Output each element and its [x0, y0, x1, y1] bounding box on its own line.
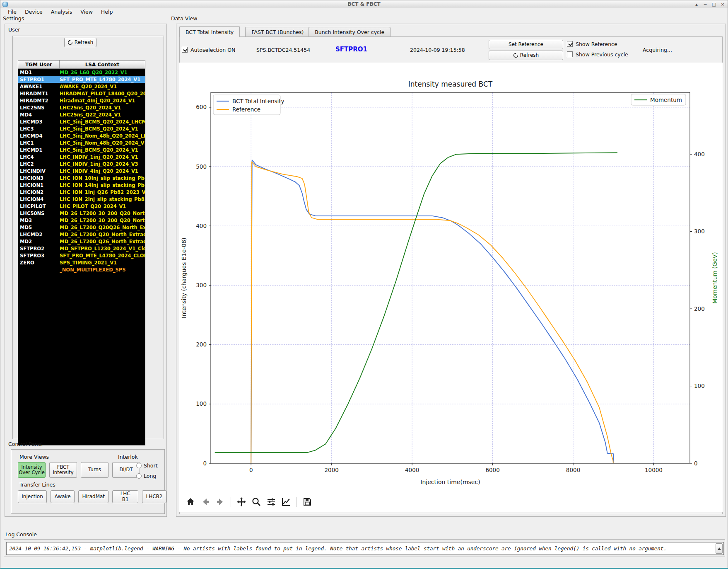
svg-text:8000: 8000 — [566, 467, 580, 473]
table-row[interactable]: LHCPILOTLHC_PILOT_Q20_2024_V1 — [18, 203, 145, 210]
transfer-button-lhcb2[interactable]: LHCB2 — [142, 490, 166, 503]
svg-text:10000: 10000 — [645, 467, 663, 473]
table-row[interactable]: LHC3LHC_3inj_BCMS_Q20_2024_V1 — [18, 125, 145, 132]
interlok-radio-short[interactable] — [136, 463, 142, 468]
svg-text:Reference: Reference — [232, 106, 260, 113]
set-reference-button[interactable]: Set Reference — [489, 40, 563, 49]
log-scroll-up-button[interactable] — [716, 543, 723, 554]
view-button-di-dt[interactable]: DI/DT — [112, 462, 140, 478]
interlok-radio-label: Long — [144, 473, 156, 479]
table-row[interactable]: MD2MD_26_L7200_Q26_North_Extraction_2024… — [18, 238, 145, 245]
table-row[interactable]: ZEROSPS_TIMING_2021_V1 — [18, 259, 145, 266]
column-header-tgm-user[interactable]: TGM User — [18, 61, 60, 68]
transfer-button-lhc-b1[interactable]: LHC B1 — [112, 490, 138, 503]
tgm-user-cell: SFTPRO3 — [18, 253, 60, 259]
tab-bct-total-intensity[interactable]: BCT Total Intensity — [179, 26, 240, 37]
menu-view[interactable]: View — [76, 8, 97, 15]
table-row[interactable]: MD5MD_26_L7200_Q20Q26_North_Extraction_2… — [18, 224, 145, 231]
log-message-field[interactable]: 2024-10-09 16:36:42,153 - matplotlib.leg… — [6, 542, 724, 555]
table-row[interactable]: LHC2LHC_INDIV_1inj_Q20_2024_V3 — [18, 160, 145, 167]
table-row[interactable]: MD3MD_26_L7200_30_200_Q20_North_Extracti… — [18, 217, 145, 224]
pan-icon[interactable] — [236, 496, 247, 507]
transfer-button-injection[interactable]: Injection — [18, 490, 47, 503]
svg-text:200: 200 — [694, 305, 705, 312]
table-row[interactable]: HIRADMT2Hiradmat_4Inj_Q20_2024_V1 — [18, 97, 145, 104]
autoselection-checkbox[interactable] — [182, 47, 188, 53]
table-row[interactable]: LHCION4LHC_ION_2Inj_slip_stacking_Pb82_Q… — [18, 196, 145, 203]
tgm-user-cell: LHC25NS — [18, 105, 60, 111]
home-icon[interactable] — [185, 496, 196, 507]
subplots-icon[interactable] — [266, 496, 277, 507]
table-row[interactable]: LHCION1LHC_ION_14Inj_slip_stacking_Pb82_… — [18, 182, 145, 189]
control-panel: More Views Interlok Intensity Over Cycle… — [11, 449, 165, 514]
menu-file[interactable]: File — [4, 8, 21, 15]
save-icon[interactable] — [302, 496, 313, 507]
table-row[interactable]: SFTPRO3SFT_PRO_MTE_L4780_2024_CLONE — [18, 252, 145, 259]
tgm-user-cell: MD2 — [18, 239, 60, 245]
log-message: 2024-10-09 16:36:42,153 - matplotlib.leg… — [9, 545, 667, 552]
more-views-label: More Views — [19, 454, 49, 460]
tgm-user-cell: LHCMD1 — [18, 147, 60, 153]
shade-window-button[interactable]: ▴ — [694, 2, 699, 7]
view-button-turns[interactable]: Turns — [81, 462, 108, 478]
lsa-context-cell: Hiradmat_4Inj_Q20_2024_V1 — [60, 98, 145, 104]
menu-bar: FileDeviceAnalysisViewHelp — [0, 8, 728, 15]
column-header-lsa-context[interactable]: LSA Context — [60, 61, 145, 68]
table-row[interactable]: MD1MD_26_L60_Q20_2022_V1 — [18, 69, 145, 76]
maximize-window-button[interactable]: □ — [711, 2, 716, 7]
device-name: SPS.BCTDC24.51454 — [256, 47, 310, 53]
table-row[interactable]: SFTPRO1SFT_PRO_MTE_L4780_2024_V1 — [18, 76, 145, 83]
menu-device[interactable]: Device — [21, 8, 47, 15]
tab-fast-bct-bunches-[interactable]: FAST BCT (Bunches) — [245, 27, 310, 37]
tgm-user-cell: LHCMD4 — [18, 133, 60, 139]
user-group: Refresh TGM UserLSA ContextMD1MD_26_L60_… — [12, 36, 164, 439]
minimize-window-button[interactable]: − — [703, 2, 708, 7]
view-button-intensity-over-cycle[interactable]: Intensity Over Cycle — [18, 462, 46, 478]
forward-icon[interactable] — [215, 496, 226, 507]
table-row[interactable]: LHC25NSLHC25ns_Q20_2024_V1 — [18, 104, 145, 111]
table-row[interactable]: LHC4LHC_INDIV_1inj_Q20_2024_V1 — [18, 153, 145, 160]
transfer-button-awake[interactable]: Awake — [51, 490, 75, 503]
tab-bunch-intensity-over-cycle[interactable]: Bunch Intensity Over cycle — [309, 27, 391, 37]
table-row[interactable]: LHC1LHC_3inj_Nom_48b_Q20_2024_V1 — [18, 139, 145, 146]
table-row[interactable]: LHCMD1LHC_5inj_BCMS_Q20_2024_V1 — [18, 146, 145, 153]
svg-text:500: 500 — [196, 163, 207, 170]
bct-intensity-chart: 0200040006000800010000010020030040050060… — [179, 63, 723, 492]
table-row[interactable]: LHCINDIVLHC_INDIV_4Inj_Q20_2024_V1 — [18, 167, 145, 174]
legend-intensity: BCT Total IntensityReference — [213, 95, 284, 115]
svg-text:100: 100 — [694, 383, 705, 389]
table-row[interactable]: LHCION2LHC_ION_1Inj_Q26_Pb82_2023_V1 — [18, 189, 145, 196]
table-row[interactable]: LHCION3LHC_ION_10Inj_slip_stacking_Pb82_… — [18, 174, 145, 182]
table-row[interactable]: SFTPRO2MD_SFTPRO_L1230_2024_V1_Clone — [18, 245, 145, 252]
table-row[interactable]: LHCMD4LHC_3inj_Nom_48b_Q20_2024_LHCMD — [18, 132, 145, 139]
table-row[interactable]: LHCMD3LHC_3inj_BCMS_Q20_2024_LHCMD — [18, 118, 145, 125]
table-row[interactable]: LHCMD2MD_26_L7200_Q20_North_Extraction_2… — [18, 231, 145, 238]
back-icon[interactable] — [200, 496, 211, 507]
user-refresh-button[interactable]: Refresh — [64, 38, 96, 47]
lsa-context-cell: MD_26_L7200_Q20Q26_North_Extraction_2... — [60, 225, 145, 230]
table-row[interactable]: AWAKE1AWAKE_Q20_2024_V1 — [18, 83, 145, 90]
table-row[interactable]: _NON_MULTIPLEXED_SPS — [18, 266, 145, 273]
table-row[interactable]: HIRADMT1HIRADMAT_PILOT_L8400_Q20_2024_V1 — [18, 90, 145, 97]
lsa-context-cell: SFT_PRO_MTE_L4780_2024_CLONE — [60, 253, 145, 259]
transfer-button-hiradmat[interactable]: HiradMat — [78, 490, 108, 503]
tgm-user-table[interactable]: TGM UserLSA ContextMD1MD_26_L60_Q20_2022… — [18, 60, 145, 446]
show-reference-checkbox[interactable] — [567, 41, 573, 47]
interlok-label: Interlok — [118, 454, 138, 460]
table-row[interactable]: MD4LHC25ns_Q22_2024_V1 — [18, 111, 145, 118]
data-refresh-button[interactable]: Refresh — [489, 51, 563, 60]
show-previous-cycle-checkbox[interactable] — [567, 51, 573, 57]
menu-help[interactable]: Help — [97, 8, 117, 15]
menu-analysis[interactable]: Analysis — [47, 8, 77, 15]
zoom-icon[interactable] — [251, 496, 262, 507]
close-window-button[interactable]: × — [720, 2, 725, 7]
table-row[interactable]: LHC50NSMD_26_L7200_30_200_Q20_North_Extr… — [18, 210, 145, 217]
refresh-icon — [67, 40, 73, 45]
interlok-radio-long[interactable] — [136, 473, 142, 479]
figure-canvas[interactable]: 0200040006000800010000010020030040050060… — [179, 63, 723, 492]
view-button-fbct-intensity[interactable]: FBCT Intensity — [49, 462, 77, 478]
tgm-user-cell: ZERO — [18, 260, 60, 266]
axes-icon[interactable] — [281, 496, 292, 507]
svg-text:400: 400 — [196, 223, 207, 229]
lsa-context-cell: LHC25ns_Q20_2024_V1 — [60, 105, 145, 111]
